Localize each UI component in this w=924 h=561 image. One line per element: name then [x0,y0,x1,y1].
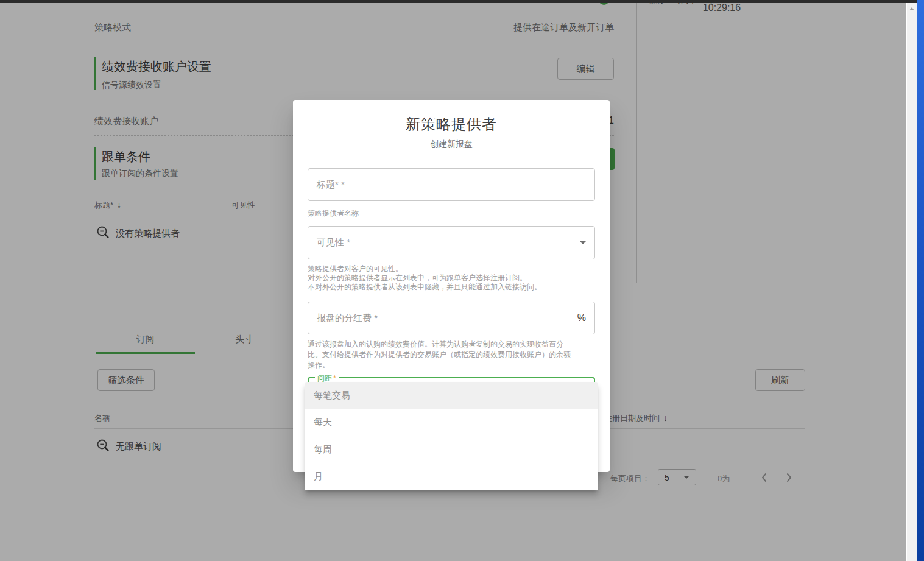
dialog-subtitle: 创建新报盘 [293,139,610,150]
menu-option-monthly[interactable]: 月 [305,464,598,491]
visibility-helper: 策略提供者对客户的可见性。 对外公开的策略提供者显示在列表中，可为跟单客户选择注… [308,264,595,292]
menu-option-weekly[interactable]: 每周 [305,436,598,464]
title-field-placeholder: 标题* * [317,179,586,191]
window-top-bar [0,0,917,3]
chevron-down-icon [580,241,586,244]
interval-label-text: 间距 [317,374,332,383]
percent-suffix: % [577,312,586,323]
fee-helper-line: 比。支付给提供者作为对提供者的交易账户（或指定的绩效费用接收账户）的余额 [308,350,595,360]
menu-option-daily[interactable]: 每天 [305,409,598,437]
fee-field-placeholder: 报盘的分红费 * [317,312,577,324]
dialog-title: 新策略提供者 [293,115,610,134]
visibility-select-label: 可见性 * [317,237,580,249]
menu-option-per-trade[interactable]: 每笔交易 [305,382,598,409]
scrollbar-up-icon[interactable] [909,7,914,10]
title-field-helper: 策略提供者名称 [308,209,595,218]
fee-helper-line: 操作。 [308,360,595,370]
title-field[interactable]: 标题* * [308,168,595,201]
visibility-helper-line: 不对外公开的策略提供者从该列表中隐藏，并且只能通过加入链接访问。 [308,283,595,292]
desktop-edge-strip [917,0,924,561]
required-asterisk: * [333,374,336,383]
visibility-helper-line: 策略提供者对客户的可见性。 [308,264,595,273]
interval-options-menu: 每笔交易 每天 每周 月 [305,382,598,490]
app-root: 策略模式 提供在途订单及新开订单 绩效费接收账户设置 信号源绩效设置 编辑 绩效… [0,0,924,561]
visibility-select[interactable]: 可见性 * [308,226,595,259]
fee-helper-line: 通过该报盘加入的认购的绩效费价值。计算为认购者复制的交易的实现收益百分 [308,339,595,350]
scrollbar[interactable] [907,3,917,561]
fee-field[interactable]: 报盘的分红费 * % [308,302,595,334]
visibility-helper-line: 对外公开的策略提供者显示在列表中，可为跟单客户选择注册订阅。 [308,273,595,283]
fee-helper: 通过该报盘加入的认购的绩效费价值。计算为认购者复制的交易的实现收益百分 比。支付… [308,339,595,370]
